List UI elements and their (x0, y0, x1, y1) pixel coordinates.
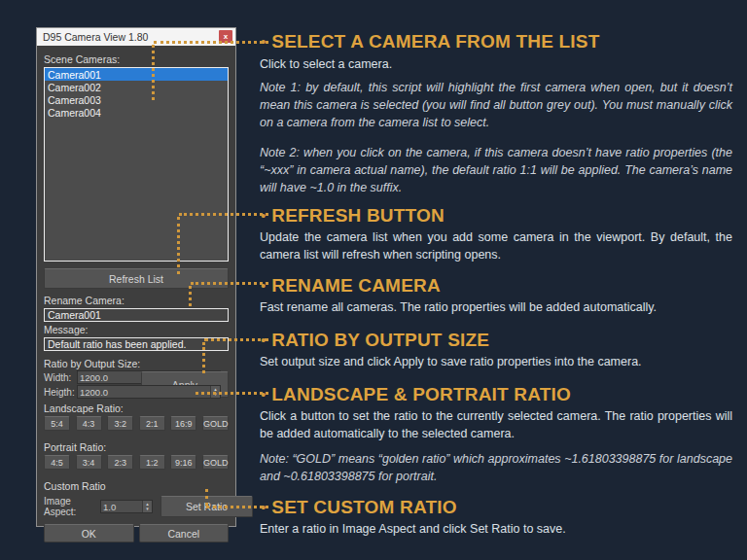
connector-ratio-output-horizontal (204, 338, 268, 341)
connector-select-camera-vertical (152, 45, 155, 100)
note-gold: Note: “GOLD” means “golden ratio” which … (260, 450, 732, 485)
connector-rename-vertical (189, 286, 192, 306)
scene-cameras-label: Scene Cameras: (44, 53, 229, 65)
image-aspect-label: Image Aspect: (44, 496, 100, 517)
section-heading-rename: • RENAME CAMERA (261, 276, 441, 296)
connector-refresh-horizontal (179, 213, 268, 216)
window-body: Scene Cameras: Camera001 Camera002 Camer… (37, 46, 235, 542)
connector-rename-horizontal (191, 282, 268, 285)
cancel-button[interactable]: Cancel (139, 524, 230, 542)
portrait-ratio-1-2-button[interactable]: 1:2 (139, 455, 165, 470)
dialog-footer: OK Cancel (44, 524, 229, 542)
connector-custom-ratio-horizontal (206, 506, 268, 508)
camera-list-item-selected[interactable]: Camera001 (45, 68, 228, 81)
refresh-list-button[interactable]: Refresh List (44, 268, 229, 289)
ok-button[interactable]: OK (44, 524, 134, 542)
message-field (44, 337, 229, 351)
connector-landscape-portrait-horizontal (196, 392, 268, 395)
landscape-ratio-16-9-button[interactable]: 16:9 (170, 416, 196, 431)
section-heading-landscape-portrait: • LANDSCAPE & PORTRAIT RATIO (261, 385, 571, 404)
section-body-custom-ratio: Enter a ratio in Image Aspect and click … (260, 520, 732, 538)
width-row: Width: ▴▾ (44, 371, 133, 383)
width-label: Width: (44, 372, 77, 383)
landscape-ratio-buttons: 5:4 4:3 3:2 2:1 16:9 GOLD (44, 416, 229, 431)
portrait-ratio-9-16-button[interactable]: 9:16 (170, 455, 196, 470)
custom-ratio-group: Image Aspect: ▴▾ Set Ratio (44, 496, 229, 517)
aspect-spinner-arrows: ▴▾ (142, 501, 152, 512)
landscape-ratio-gold-button[interactable]: GOLD (202, 416, 229, 431)
window-title: D95 Camera View 1.80 (37, 31, 148, 43)
camera-list[interactable]: Camera001 Camera002 Camera003 Camera004 (44, 67, 229, 262)
section-body-rename: Fast rename all cameras. The ratio prope… (260, 298, 732, 316)
camera-list-item[interactable]: Camera004 (45, 106, 228, 119)
portrait-ratio-gold-button[interactable]: GOLD (202, 455, 229, 470)
landscape-ratio-label: Landscape Ratio: (44, 402, 229, 414)
ratio-by-output-size-label: Ratio by Output Size: (44, 358, 229, 369)
landscape-ratio-5-4-button[interactable]: 5:4 (44, 416, 70, 431)
connector-refresh-vertical (177, 217, 180, 274)
height-row: Heigth: ▴▾ (44, 386, 133, 398)
height-input[interactable] (78, 386, 210, 398)
portrait-ratio-label: Portrait Ratio: (44, 441, 229, 453)
note-2: Note 2: when you click on the camera, if… (260, 144, 732, 196)
section-heading-ratio-output: • RATIO BY OUTPUT SIZE (261, 331, 489, 350)
landscape-ratio-4-3-button[interactable]: 4:3 (76, 416, 102, 431)
image-aspect-input[interactable] (101, 501, 142, 512)
section-body-landscape-portrait: Click a button to set the ratio to the c… (260, 407, 732, 442)
page: D95 Camera View 1.80 x Scene Cameras: Ca… (0, 0, 747, 560)
rename-camera-input[interactable] (44, 308, 229, 322)
landscape-ratio-3-2-button[interactable]: 3:2 (107, 416, 133, 431)
height-label: Heigth: (44, 387, 77, 398)
section-body-ratio-output: Set output size and click Apply to save … (260, 353, 732, 370)
landscape-ratio-2-1-button[interactable]: 2:1 (139, 416, 165, 431)
connector-select-camera-horizontal (154, 41, 268, 44)
connector-ratio-output-vertical (202, 342, 205, 373)
camera-list-item[interactable]: Camera003 (45, 93, 228, 106)
bullet-icon: • (261, 206, 266, 226)
section-body-select-camera: Click to select a camera. (260, 55, 732, 73)
image-aspect-spinner[interactable]: ▴▾ (100, 500, 153, 513)
section-heading-select-camera: • SELECT A CAMERA FROM THE LIST (261, 32, 600, 52)
portrait-ratio-buttons: 4:5 3:4 2:3 1:2 9:16 GOLD (44, 455, 229, 470)
bullet-icon: • (261, 276, 266, 296)
camera-view-window: D95 Camera View 1.80 x Scene Cameras: Ca… (36, 27, 236, 527)
section-heading-refresh: • REFRESH BUTTON (261, 206, 445, 226)
portrait-ratio-3-4-button[interactable]: 3:4 (76, 455, 102, 470)
portrait-ratio-4-5-button[interactable]: 4:5 (44, 455, 70, 470)
camera-list-item[interactable]: Camera002 (45, 81, 228, 93)
custom-ratio-label: Custom Ratio (44, 480, 229, 492)
portrait-ratio-2-3-button[interactable]: 2:3 (107, 455, 133, 470)
connector-custom-ratio-vertical (205, 489, 208, 506)
spinner-down-icon[interactable]: ▾ (143, 507, 152, 511)
section-heading-custom-ratio: • SET CUSTOM RATIO (261, 498, 457, 517)
section-body-refresh: Update the camera list when you add some… (260, 228, 732, 263)
bullet-icon: • (261, 385, 266, 404)
rename-camera-label: Rename Camera: (44, 295, 229, 306)
message-label: Message: (44, 324, 229, 335)
note-1: Note 1: by default, this script will hig… (260, 79, 732, 131)
